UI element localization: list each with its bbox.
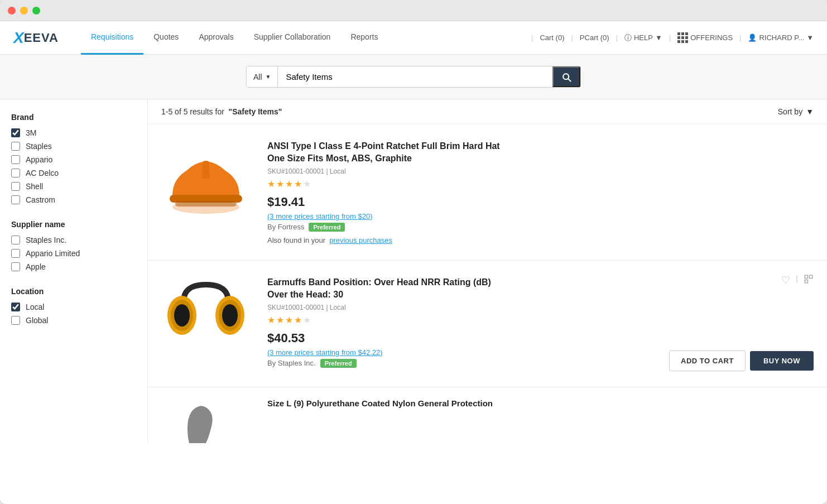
supplier-filter-apple[interactable]: Apple xyxy=(11,262,136,271)
cart-button[interactable]: Cart (0) xyxy=(540,33,564,42)
product-card-1: ANSI Type I Class E 4-Point Ratchet Full… xyxy=(148,124,827,261)
separator-2: | xyxy=(571,33,573,42)
product-stars-1: ★ ★ ★ ★ ★ xyxy=(267,179,814,189)
supplier-filter-title: Supplier name xyxy=(11,220,136,229)
maximize-button[interactable] xyxy=(32,7,40,15)
supplier-filter-staples-inc[interactable]: Staples Inc. xyxy=(11,236,136,244)
nav-quotes[interactable]: Quotes xyxy=(143,21,189,55)
product-card-2: ♡ | xyxy=(148,261,827,387)
svg-rect-4 xyxy=(810,275,812,278)
search-category-label: All xyxy=(253,73,262,81)
compare-button-2[interactable] xyxy=(804,274,814,287)
brand-staples-checkbox[interactable] xyxy=(11,142,20,151)
search-button[interactable] xyxy=(552,66,580,87)
buy-now-button-2[interactable]: BUY NOW xyxy=(750,351,814,371)
traffic-lights xyxy=(8,7,40,15)
close-button[interactable] xyxy=(8,7,16,15)
sort-by-chevron-icon: ▼ xyxy=(806,107,814,116)
search-input[interactable] xyxy=(278,66,552,87)
results-area: Brand 3M Staples Appario AC Delco xyxy=(0,99,827,443)
help-button[interactable]: ⓘ HELP ▼ xyxy=(624,33,662,43)
help-chevron-icon: ▼ xyxy=(655,33,662,42)
minimize-button[interactable] xyxy=(20,7,28,15)
user-label: RICHARD P... xyxy=(759,33,804,42)
brand-3m-checkbox[interactable] xyxy=(11,128,20,137)
search-container: All ▼ xyxy=(246,66,581,88)
earmuff-image xyxy=(164,279,248,368)
nav-requisitions[interactable]: Requisitions xyxy=(81,21,143,55)
brand-3m-label: 3M xyxy=(26,128,36,137)
star-4: ★ xyxy=(294,179,302,189)
separator-5: | xyxy=(739,33,741,42)
product-price-1: $19.41 xyxy=(267,195,814,209)
supplier-appario-limited-checkbox[interactable] xyxy=(11,249,20,258)
location-local-checkbox[interactable] xyxy=(11,303,20,311)
brand-filter-title: Brand xyxy=(11,113,136,122)
preferred-badge-1: Preferred xyxy=(309,223,345,232)
preferred-badge-2: Preferred xyxy=(320,359,357,368)
location-filter-local[interactable]: Local xyxy=(11,303,136,311)
brand-filter-acdelco[interactable]: AC Delco xyxy=(11,169,136,177)
nav-approvals[interactable]: Approvals xyxy=(189,21,243,55)
svg-rect-5 xyxy=(805,280,807,282)
icon-separator-2: | xyxy=(796,274,798,287)
results-query: "Safety Items" xyxy=(229,107,282,116)
svg-rect-3 xyxy=(805,275,807,278)
logo-eeva: EEVA xyxy=(24,31,59,45)
search-icon xyxy=(561,71,572,83)
star-2-1: ★ xyxy=(267,315,275,325)
product-list: 1-5 of 5 results for "Safety Items" Sort… xyxy=(148,99,827,443)
add-to-cart-button-2[interactable]: ADD TO CART xyxy=(669,351,746,371)
brand-filter-castrom[interactable]: Castrom xyxy=(11,195,136,204)
product-sku-1: SKU#10001-00001 | Local xyxy=(267,167,814,175)
pcart-button[interactable]: PCart (0) xyxy=(580,33,609,42)
brand-filter-appario[interactable]: Appario xyxy=(11,155,136,164)
nav-supplier-collaboration[interactable]: Supplier Collaboration xyxy=(244,21,341,55)
supplier-filter-section: Supplier name Staples Inc. Appario Limit… xyxy=(11,220,136,271)
brand-appario-checkbox[interactable] xyxy=(11,155,20,164)
supplier-apple-checkbox[interactable] xyxy=(11,262,20,271)
brand-staples-label: Staples xyxy=(26,142,52,151)
nav-reports[interactable]: Reports xyxy=(340,21,388,55)
product-actions-2: ADD TO CART BUY NOW xyxy=(669,351,814,371)
product-supplier-row-1: By Fortress Preferred xyxy=(267,223,814,232)
main-window: X EEVA Requisitions Quotes Approvals Sup… xyxy=(0,0,827,504)
user-menu-button[interactable]: 👤 RICHARD P... ▼ xyxy=(748,33,814,42)
wishlist-button-2[interactable]: ♡ xyxy=(781,274,790,287)
sort-by-label: Sort by xyxy=(778,107,802,116)
product-more-prices-2[interactable]: (3 more prices starting from $42.22) xyxy=(267,348,383,357)
logo-x: X xyxy=(13,29,24,47)
brand-acdelco-label: AC Delco xyxy=(26,169,59,177)
user-chevron-icon: ▼ xyxy=(806,33,814,42)
product-more-prices-1[interactable]: (3 more prices starting from $20) xyxy=(267,212,373,220)
supplier-staples-inc-label: Staples Inc. xyxy=(26,236,66,244)
logo: X EEVA xyxy=(13,29,59,47)
product-supplier-1: By Fortress xyxy=(267,223,304,231)
help-icon: ⓘ xyxy=(624,33,632,43)
supplier-staples-inc-checkbox[interactable] xyxy=(11,236,20,244)
brand-castrom-checkbox[interactable] xyxy=(11,195,20,204)
brand-filter-3m[interactable]: 3M xyxy=(11,128,136,137)
brand-acdelco-checkbox[interactable] xyxy=(11,169,20,177)
location-local-label: Local xyxy=(26,303,44,311)
brand-shell-label: Shell xyxy=(26,182,43,191)
help-label: HELP xyxy=(634,33,653,42)
brand-filter-staples[interactable]: Staples xyxy=(11,142,136,151)
prev-purchase-link-1[interactable]: previous purchases xyxy=(329,236,392,244)
sort-by-dropdown[interactable]: Sort by ▼ xyxy=(778,107,814,116)
product-stars-2: ★ ★ ★ ★ ★ xyxy=(267,315,814,325)
user-icon: 👤 xyxy=(748,33,757,42)
search-category-dropdown[interactable]: All ▼ xyxy=(247,66,278,87)
search-bar: All ▼ xyxy=(0,55,827,99)
grid-icon xyxy=(677,32,688,43)
location-filter-global[interactable]: Global xyxy=(11,316,136,325)
partial-product-image xyxy=(184,399,228,443)
offerings-button[interactable]: OFFERINGS xyxy=(677,32,733,43)
product-image-2 xyxy=(161,276,251,371)
location-filter-title: Location xyxy=(11,287,136,296)
location-global-checkbox[interactable] xyxy=(11,316,20,325)
brand-shell-checkbox[interactable] xyxy=(11,182,20,191)
supplier-filter-appario-limited[interactable]: Appario Limited xyxy=(11,249,136,258)
location-filter-section: Location Local Global xyxy=(11,287,136,325)
brand-filter-shell[interactable]: Shell xyxy=(11,182,136,191)
